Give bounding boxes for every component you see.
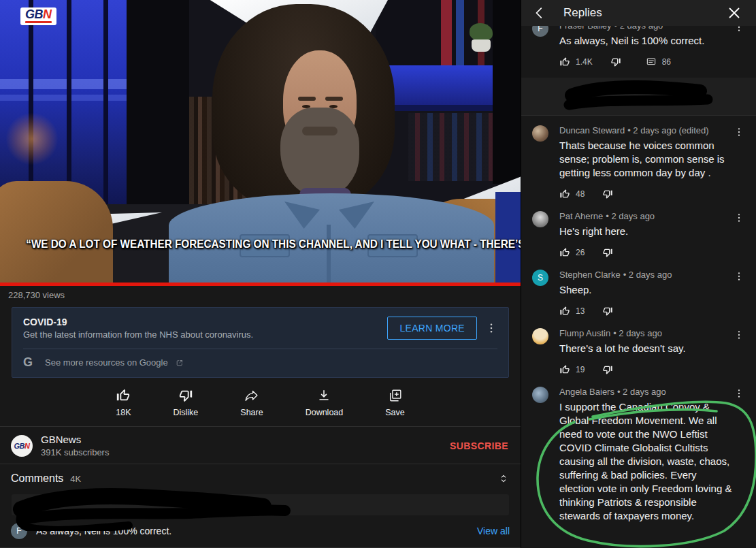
save-label: Save [385,408,405,417]
like-button[interactable]: 18K [116,388,131,417]
like-button[interactable] [559,247,570,258]
add-comment-field[interactable] [12,494,509,515]
share-button[interactable]: Share [240,388,263,417]
reply-item: Angela Baiers• 2 days ago I support the … [521,377,756,523]
reply-author[interactable]: Angela Baiers [559,387,614,397]
reply-like-count: 19 [576,365,585,374]
reply-item: S Stephen Clarke• 2 days ago Sheep. 13 [521,260,756,319]
main-column: GBN “WE DO A LOT OF WEATHER FORECASTING … [0,0,521,548]
subscribe-button[interactable]: SUBSCRIBE [450,440,510,451]
reply-count: 86 [662,57,671,67]
like-button[interactable] [559,306,570,317]
close-icon[interactable] [726,5,742,21]
youtube-app: GBN “WE DO A LOT OF WEATHER FORECASTING … [0,0,756,548]
reply-author[interactable]: Flump Austin [559,328,610,338]
dislike-button[interactable] [602,189,613,199]
google-g-icon: G [23,355,41,370]
presenter-mustache [302,127,338,135]
dislike-button[interactable] [610,57,621,67]
presenter-brow [325,97,343,101]
reply-timestamp: • 2 days ago [613,328,662,338]
thumb-down-icon [610,57,621,67]
share-label: Share [240,408,263,417]
avatar-gb-text: GB [14,442,25,450]
kebab-menu-icon[interactable] [734,125,744,202]
comment-preview-text: As always, Neil is 100% correct. [36,526,477,536]
download-button[interactable]: Download [306,388,344,417]
thumb-down-icon [602,306,613,317]
learn-more-button[interactable]: LEARN MORE [387,317,477,340]
dislike-button[interactable] [602,364,613,375]
share-icon [244,388,259,403]
redacted-reply [521,78,756,116]
avatar[interactable] [532,125,548,142]
dislike-label: Dislike [173,408,198,417]
thumb-up-icon [559,306,570,317]
reply-timestamp: • 2 days ago [606,211,655,221]
channel-row[interactable]: GBN GBNews 391K subscribers SUBSCRIBE [0,427,521,464]
download-icon [316,388,331,403]
dislike-button[interactable]: Dislike [173,388,198,417]
reply-like-count: 1.4K [576,57,593,67]
channel-name[interactable]: GBNews [41,434,450,445]
save-button[interactable]: Save [385,388,405,417]
channel-info: GBNews 391K subscribers [41,434,450,457]
dislike-button[interactable] [602,306,613,317]
kebab-menu-icon[interactable] [734,211,744,260]
thumb-down-icon [602,247,613,258]
redaction-scribble [561,79,717,116]
google-link-text: See more resources on Google [45,357,168,368]
armchair [0,181,113,286]
avatar[interactable] [532,328,548,344]
kebab-menu-icon[interactable] [734,387,744,523]
like-button[interactable] [559,57,570,67]
avatar[interactable] [532,211,548,227]
kebab-menu-icon[interactable] [485,322,497,334]
google-resources-link[interactable]: G See more resources on Google [23,349,497,377]
studio-lamp [5,112,59,165]
channel-avatar[interactable]: GBN [11,435,33,457]
kebab-menu-icon[interactable] [734,270,744,319]
back-icon[interactable] [532,5,547,20]
thumb-down-icon [178,388,193,403]
avatar[interactable] [532,387,548,403]
dislike-button[interactable] [602,247,613,258]
studio-frame [103,0,108,221]
avatar[interactable]: S [532,270,548,286]
reply-like-count: 48 [576,189,585,199]
reply-item: Pat Aherne• 2 days ago He's right here. … [521,202,756,260]
reply-item: Duncan Steward• 2 days ago (edited) That… [521,116,756,202]
download-label: Download [306,408,344,417]
comments-header[interactable]: Comments 4K [0,464,521,489]
plant-pot [472,39,491,52]
subscriber-count: 391K subscribers [41,447,450,457]
comments-count: 4K [70,474,497,484]
reply-count-button[interactable] [646,57,657,67]
presenter-beard [280,108,359,197]
kebab-menu-icon[interactable] [734,20,744,69]
reply-author[interactable]: Duncan Steward [559,125,625,135]
studio-shadow [493,0,521,184]
thumb-up-icon [559,364,570,375]
reply-author[interactable]: Pat Aherne [559,211,603,221]
video-player[interactable]: GBN “WE DO A LOT OF WEATHER FORECASTING … [0,0,521,286]
reply-author[interactable]: Stephen Clarke [559,270,621,280]
plant [470,23,493,41]
kebab-menu-icon[interactable] [734,328,744,377]
like-button[interactable] [559,364,570,375]
comment-count-icon [646,57,657,67]
thumb-down-icon [602,364,613,375]
video-actions: 18K Dislike Share Download Save [0,388,521,417]
reply-timestamp: • 2 days ago (edited) [627,125,708,135]
like-button[interactable] [559,189,570,199]
avatar-n-text: N [24,442,29,450]
sort-comments-icon[interactable] [497,472,510,485]
top-comment-preview[interactable]: F As always, Neil is 100% correct. View … [0,515,521,539]
reply-text: Thats because he voices common sense; pr… [559,139,734,180]
commenter-avatar[interactable]: F [11,523,27,539]
video-progress-bar[interactable] [0,283,521,286]
view-all-link[interactable]: View all [477,526,510,536]
reply-like-count: 26 [576,248,585,257]
thumb-up-icon [559,57,570,67]
reply-like-count: 13 [576,306,585,316]
